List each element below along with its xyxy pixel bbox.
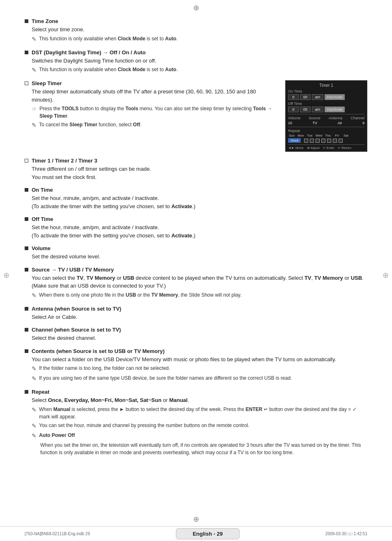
bullet-antenna bbox=[25, 307, 28, 311]
note-text-contents-0: If the folder name is too long, the fold… bbox=[39, 365, 170, 372]
body-dst: Switches the Daylight Saving Time functi… bbox=[32, 57, 367, 65]
note-icon-contents-1: ✎ bbox=[32, 374, 37, 383]
off-time-body2: (To activate the timer with the setting … bbox=[32, 232, 195, 239]
note-repeat-2: ✎ Auto Power Off bbox=[32, 432, 367, 440]
timer-cb-sat[interactable] bbox=[339, 139, 343, 143]
note-sleep-0: ☞ Press the TOOLS button to display the … bbox=[32, 105, 278, 120]
note-text-repeat-2: Auto Power Off bbox=[39, 432, 75, 439]
body-source: You can select the TV, TV Memory or USB … bbox=[32, 274, 367, 290]
bullet-sleep-timer bbox=[25, 81, 28, 85]
section-source: Source → TV / USB / TV Memory You can se… bbox=[25, 267, 367, 300]
timer-source-labels: Volume Source Antenna Channel bbox=[288, 116, 364, 120]
note-sleep-1: ✎ To cancel the Sleep Timer function, se… bbox=[32, 121, 278, 130]
note-text-0: This function is only available when Clo… bbox=[39, 35, 178, 42]
note-auto-power-off: When you set the timer on, the televisio… bbox=[40, 441, 367, 456]
bullet-source bbox=[25, 268, 28, 272]
note-text-dst: This function is only available when Clo… bbox=[39, 66, 178, 73]
timer-off-ampm[interactable]: am bbox=[312, 107, 323, 112]
timer-cb-wed[interactable] bbox=[321, 139, 325, 143]
timer-cb-fri[interactable] bbox=[333, 139, 337, 143]
heading-time-zone: Time Zone bbox=[32, 18, 58, 24]
content-area: Time Zone Select your time zone. ✎ This … bbox=[0, 14, 392, 513]
note-text-repeat-0: When Manual is selected, press the ► but… bbox=[39, 406, 367, 420]
body-volume: Set the desired volume level. bbox=[32, 253, 367, 261]
body-contents: You can select a folder on the USB Devic… bbox=[32, 355, 367, 364]
heading-source: Source → TV / USB / TV Memory bbox=[32, 267, 114, 273]
section-contents: Contents (when Source is set to USB or T… bbox=[25, 348, 367, 383]
timer-nav-row: ◄► Move ⊕ Adjust ↵ Enter ↩ Return bbox=[288, 144, 364, 150]
body-timer123: Three different on / off timer settings … bbox=[32, 165, 367, 181]
timer-cb-sun[interactable] bbox=[304, 139, 308, 143]
bullet-time-zone bbox=[25, 19, 28, 23]
note-icon-source: ✎ bbox=[32, 291, 37, 300]
timer-off-hour[interactable]: 0 bbox=[288, 107, 299, 112]
section-channel: Channel (when Source is set to TV) Selec… bbox=[25, 327, 367, 342]
section-dst: DST (Daylight Saving Time) → Off / On / … bbox=[25, 49, 367, 75]
note-icon-sleep-1: ✎ bbox=[32, 121, 37, 130]
footer-left: [750-NA]BN68-02111B-Eng.indb 29 bbox=[25, 532, 90, 536]
timer-once-button[interactable]: Once bbox=[288, 138, 301, 143]
note-icon-contents-0: ✎ bbox=[32, 365, 37, 373]
heading-dst: DST (Daylight Saving Time) → Off / On / … bbox=[32, 49, 145, 56]
timer-off-time-label: Off Time bbox=[288, 102, 364, 106]
timer-on-ampm[interactable]: am bbox=[312, 94, 323, 100]
timer-cb-thu[interactable] bbox=[327, 139, 331, 143]
heading-timer123: Timer 1 / Timer 2 / Timer 3 bbox=[32, 158, 97, 164]
note-text-sleep-0: Press the TOOLS button to display the To… bbox=[39, 105, 278, 120]
note-repeat-1: ✎ You can set the hour, minute and chann… bbox=[32, 422, 367, 430]
bullet-repeat bbox=[25, 390, 28, 394]
note-time-zone-0: ✎ This function is only available when C… bbox=[32, 35, 367, 44]
on-time-body2: (To activate the timer with the setting … bbox=[32, 203, 195, 209]
page-footer: [750-NA]BN68-02111B-Eng.indb 29 English … bbox=[0, 526, 392, 541]
section-off-time: Off Time Set the hour, minute, am/pm, an… bbox=[25, 216, 367, 239]
timer-on-hour[interactable]: 0 bbox=[288, 94, 299, 100]
section-timer123: Timer 1 / Timer 2 / Timer 3 Three differ… bbox=[25, 158, 367, 181]
heading-antenna: Antenna (when Source is set to TV) bbox=[32, 306, 121, 312]
note-icon-repeat-0: ✎ bbox=[32, 406, 37, 414]
timer-off-min[interactable]: 00 bbox=[300, 107, 311, 112]
note-contents-0: ✎ If the folder name is too long, the fo… bbox=[32, 365, 367, 373]
heading-repeat: Repeat bbox=[32, 389, 49, 395]
page-number-badge: English - 29 bbox=[176, 528, 240, 539]
top-mark: ⊕ bbox=[0, 0, 392, 14]
note-icon-repeat-1: ✎ bbox=[32, 422, 37, 430]
section-on-time: On Time Set the hour, minute, am/pm, and… bbox=[25, 187, 367, 210]
page: ⊕ ⊕ ⊕ Time Zone Select your time zone. ✎… bbox=[0, 0, 392, 541]
bullet-timer123 bbox=[25, 159, 28, 163]
timer-repeat-label: Repeat bbox=[288, 129, 364, 133]
body-off-time: Set the hour, minute, am/pm, and activat… bbox=[32, 223, 367, 239]
note-text-sleep-1: To cancel the Sleep Timer function, sele… bbox=[39, 121, 141, 128]
bullet-on-time bbox=[25, 188, 28, 192]
timer-on-min[interactable]: 00 bbox=[300, 94, 311, 100]
bottom-mark: ⊕ bbox=[0, 513, 392, 526]
timer-on-time-label: On Time bbox=[288, 89, 364, 93]
footer-right: 2009-03-30 □□ 1:42:51 bbox=[325, 532, 367, 536]
note-icon-sleep-0: ☞ bbox=[32, 105, 37, 114]
bullet-contents bbox=[25, 349, 28, 353]
timer-repeat-controls: Once bbox=[288, 138, 364, 143]
bullet-dst bbox=[25, 51, 28, 54]
timer-off-time-controls: 0 00 am Inactivate bbox=[288, 107, 364, 112]
note-text-repeat-1: You can set the hour, minute and channel… bbox=[39, 422, 249, 429]
timer-cb-tue[interactable] bbox=[316, 139, 320, 143]
timer-cb-mon[interactable] bbox=[310, 139, 314, 143]
section-repeat: Repeat Select Once, Everyday, Mon~Fri, M… bbox=[25, 389, 367, 456]
timer-off-inactivate-btn[interactable]: Inactivate bbox=[325, 107, 345, 112]
section-antenna: Antenna (when Source is set to TV) Selec… bbox=[25, 306, 367, 321]
body-time-zone: Select your time zone. bbox=[32, 26, 367, 34]
body-on-time: Set the hour, minute, am/pm, and activat… bbox=[32, 194, 367, 210]
heading-on-time: On Time bbox=[32, 187, 53, 193]
heading-sleep-timer: Sleep Timer bbox=[32, 80, 62, 86]
section-sleep-timer: Timer 1 On Time 0 00 am Inactivate Off T… bbox=[25, 80, 367, 152]
heading-volume: Volume bbox=[32, 245, 51, 251]
timer-on-inactivate-btn[interactable]: Inactivate bbox=[325, 94, 345, 100]
note-source-0: ✎ When there is only one photo file in t… bbox=[32, 291, 367, 300]
timer-days-row: Sun Mon Tue Wed Thu Fri Sat bbox=[288, 134, 364, 137]
note-icon-repeat-2: ✎ bbox=[32, 432, 37, 440]
note-contents-1: ✎ If you are using two of the same type … bbox=[32, 374, 367, 383]
body-repeat: Select Once, Everyday, Mon~Fri, Mon~Sat,… bbox=[32, 396, 367, 404]
bullet-channel bbox=[25, 328, 28, 332]
body-channel: Select the desired channel. bbox=[32, 334, 367, 342]
heading-channel: Channel (when Source is set to TV) bbox=[32, 327, 121, 333]
note-text-contents-1: If you are using two of the same type US… bbox=[39, 374, 292, 382]
